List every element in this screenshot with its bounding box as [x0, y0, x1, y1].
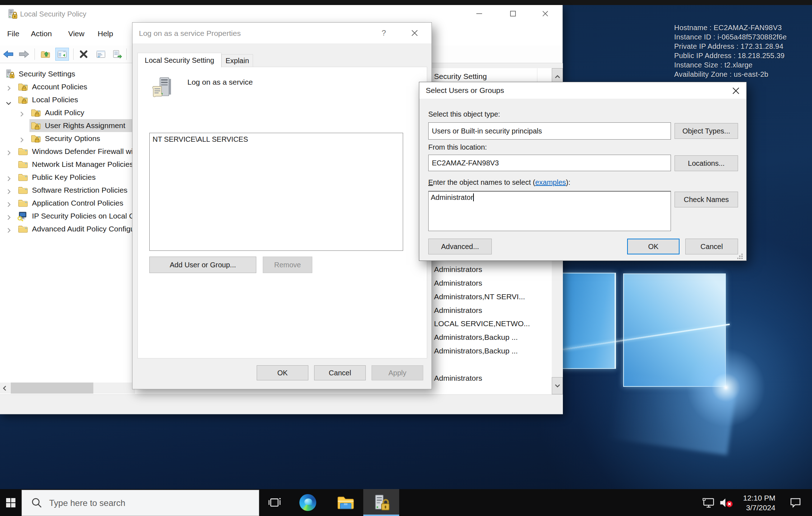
remove-button: Remove	[263, 257, 312, 273]
search-input[interactable]	[49, 490, 250, 516]
info-instance-size: Instance Size : t2.xlarge	[674, 60, 787, 70]
member-item[interactable]: NT SERVICE\ALL SERVICES	[153, 135, 400, 144]
object-types-button[interactable]: Object Types...	[675, 123, 738, 139]
chevron-right-icon[interactable]	[7, 149, 11, 158]
chevron-right-icon[interactable]	[7, 201, 11, 209]
maximize-button[interactable]	[501, 5, 525, 22]
add-user-or-group-button[interactable]: Add User or Group...	[149, 257, 256, 273]
tree-item-local-policies[interactable]: Local Policies	[0, 93, 135, 106]
tree-item-security-settings[interactable]: Security Settings	[0, 67, 135, 80]
close-icon[interactable]	[728, 84, 744, 97]
list-item[interactable]	[432, 358, 550, 371]
examples-link[interactable]: examples	[535, 178, 566, 186]
help-icon[interactable]: ?	[377, 28, 390, 38]
list-item[interactable]: Administrators	[432, 263, 550, 276]
menu-view[interactable]: View	[68, 29, 84, 38]
menu-help[interactable]: Help	[98, 29, 113, 38]
back-icon[interactable]	[1, 48, 15, 61]
scroll-left-icon[interactable]	[0, 383, 9, 394]
dialog-titlebar[interactable]: Select Users or Groups	[419, 82, 746, 99]
tree-item-ip-security-policies[interactable]: IP Security Policies on Local Computer	[0, 210, 135, 222]
ok-button[interactable]: OK	[257, 365, 308, 380]
chevron-right-icon[interactable]	[20, 110, 24, 119]
cancel-button[interactable]: Cancel	[314, 365, 366, 380]
chevron-right-icon[interactable]	[7, 188, 11, 196]
object-names-input[interactable]: Administrator	[428, 191, 671, 231]
menu-action[interactable]: Action	[31, 29, 52, 38]
clock-time: 12:10 PM	[725, 493, 775, 503]
local-security-policy-taskbar-button[interactable]	[363, 489, 399, 516]
chevron-right-icon[interactable]	[7, 226, 11, 235]
tree-item-advanced-audit-policy[interactable]: Advanced Audit Policy Configuration	[0, 222, 135, 235]
chevron-right-icon[interactable]	[7, 175, 11, 183]
minimize-button[interactable]	[467, 5, 491, 22]
select-users-groups-dialog: Select Users or Groups Select this objec…	[419, 82, 747, 261]
folder-lock-icon	[18, 82, 28, 93]
ipsec-monitor-key-icon	[17, 211, 27, 223]
tab-local-security-setting[interactable]: Local Security Setting	[137, 53, 221, 67]
resize-grip[interactable]	[737, 254, 743, 259]
tree-item-security-options[interactable]: Security Options	[0, 132, 135, 145]
edge-icon[interactable]	[295, 489, 320, 516]
taskbar-search[interactable]	[22, 490, 259, 516]
tree-item-application-control[interactable]: Application Control Policies	[0, 197, 135, 210]
list-item[interactable]: Administrators,Backup ...	[432, 344, 550, 358]
tree-horizontal-scrollbar[interactable]	[0, 383, 135, 394]
list-item[interactable]: Administrators	[432, 304, 550, 317]
list-item[interactable]: Administrators	[432, 276, 550, 290]
search-icon	[31, 497, 42, 510]
tab-explain[interactable]: Explain	[221, 54, 253, 67]
scrollbar-thumb[interactable]	[11, 383, 93, 394]
tree-item-software-restriction[interactable]: Software Restriction Policies	[0, 184, 135, 197]
desktop-screen: Hostname : EC2AMAZ-FAN98V3 Instance ID :…	[0, 0, 812, 516]
chevron-down-icon[interactable]	[6, 98, 11, 107]
from-location-label: From this location:	[428, 143, 487, 151]
properties-icon[interactable]	[94, 48, 108, 61]
menu-file[interactable]: File	[7, 29, 19, 38]
export-folder-icon[interactable]	[39, 48, 52, 61]
network-icon[interactable]	[699, 489, 717, 516]
tree-item-audit-policy[interactable]: Audit Policy	[0, 106, 135, 119]
members-listbox[interactable]: NT SERVICE\ALL SERVICES	[149, 133, 403, 251]
tree-item-public-key-policies[interactable]: Public Key Policies	[0, 171, 135, 184]
list-item[interactable]: Administrators	[432, 371, 550, 385]
ok-button[interactable]: OK	[627, 239, 680, 254]
forward-icon[interactable]	[17, 48, 31, 61]
folder-icon	[18, 198, 28, 209]
taskbar-clock[interactable]: 12:10 PM 3/7/2024	[725, 489, 775, 516]
delete-icon[interactable]	[77, 48, 90, 61]
close-button[interactable]	[533, 5, 557, 22]
show-console-tree-icon[interactable]	[55, 48, 69, 61]
list-item[interactable]: LOCAL SERVICE,NETWO...	[432, 317, 550, 330]
file-explorer-icon[interactable]	[333, 489, 358, 516]
locations-button[interactable]: Locations...	[675, 155, 738, 171]
chevron-right-icon[interactable]	[20, 136, 24, 145]
start-button[interactable]	[0, 489, 22, 516]
chevron-right-icon[interactable]	[7, 84, 11, 93]
tree-item-user-rights-assignment[interactable]: User Rights Assignment	[0, 119, 135, 132]
folder-lock-icon	[31, 121, 41, 131]
advanced-button[interactable]: Advanced...	[428, 239, 492, 254]
location-field: EC2AMAZ-FAN98V3	[428, 155, 671, 171]
window-title: Local Security Policy	[20, 10, 87, 18]
apply-button: Apply	[372, 365, 423, 380]
window-status-bar	[0, 394, 563, 414]
dialog-titlebar[interactable]: Log on as a service Properties ?	[132, 23, 431, 43]
list-item[interactable]: Administrators,NT SERVI...	[432, 290, 550, 304]
chevron-right-icon[interactable]	[7, 214, 11, 222]
tree-item-network-list-manager[interactable]: Network List Manager Policies	[0, 158, 135, 171]
top-black-strip	[0, 0, 812, 5]
list-item[interactable]: Administrators,Backup ...	[432, 330, 550, 344]
cancel-button[interactable]: Cancel	[685, 239, 738, 254]
wallpaper-window-pane-left	[557, 273, 616, 369]
scroll-down-icon[interactable]	[552, 377, 563, 394]
task-view-icon[interactable]	[262, 489, 287, 516]
check-names-button[interactable]: Check Names	[675, 192, 738, 207]
tree-item-windows-defender-firewall[interactable]: Windows Defender Firewall with Advanced …	[0, 145, 135, 158]
action-center-icon[interactable]	[785, 489, 806, 516]
tree-item-account-policies[interactable]: Account Policies	[0, 80, 135, 93]
instance-info-block: Hostname : EC2AMAZ-FAN98V3 Instance ID :…	[674, 23, 787, 79]
export-list-icon[interactable]	[111, 48, 124, 61]
close-icon[interactable]	[407, 27, 422, 39]
window-titlebar[interactable]: Local Security Policy	[0, 5, 563, 23]
